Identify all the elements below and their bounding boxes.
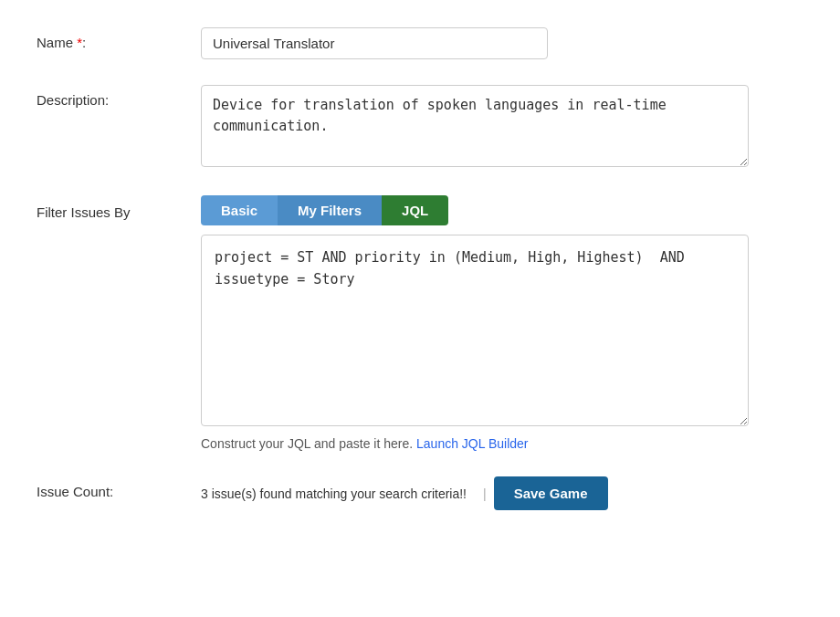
jql-hint: Construct your JQL and paste it here. La… [201, 436, 803, 451]
required-marker: * [77, 35, 82, 50]
description-field-container: Device for translation of spoken languag… [201, 85, 803, 170]
tab-basic-button[interactable]: Basic [201, 195, 278, 225]
name-row: Name *: [37, 27, 803, 59]
divider: | [483, 486, 487, 501]
issue-count-row: Issue Count: 3 issue(s) found matching y… [37, 476, 803, 510]
launch-jql-builder-link[interactable]: Launch JQL Builder [416, 436, 528, 451]
save-game-button[interactable]: Save Game [494, 476, 608, 510]
filter-issues-label: Filter Issues By [37, 195, 201, 220]
filter-issues-content: Basic My Filters JQL project = ST AND pr… [201, 195, 803, 451]
tab-jql-button[interactable]: JQL [382, 195, 448, 225]
filter-tabs: Basic My Filters JQL [201, 195, 803, 225]
name-field-container [201, 27, 803, 59]
issue-count-text: 3 issue(s) found matching your search cr… [201, 486, 467, 501]
description-row: Description: Device for translation of s… [37, 85, 803, 170]
name-input[interactable] [201, 27, 548, 59]
jql-hint-prefix: Construct your JQL and paste it here. [201, 436, 413, 451]
tab-myfilters-button[interactable]: My Filters [278, 195, 382, 225]
name-label-text: Name [37, 35, 73, 50]
name-label: Name *: [37, 27, 201, 50]
description-label: Description: [37, 85, 201, 108]
description-textarea[interactable]: Device for translation of spoken languag… [201, 85, 749, 167]
issue-count-content: 3 issue(s) found matching your search cr… [201, 476, 803, 510]
jql-textarea[interactable]: project = ST AND priority in (Medium, Hi… [201, 235, 749, 426]
filter-issues-row: Filter Issues By Basic My Filters JQL pr… [37, 195, 803, 451]
issue-count-label: Issue Count: [37, 476, 201, 499]
